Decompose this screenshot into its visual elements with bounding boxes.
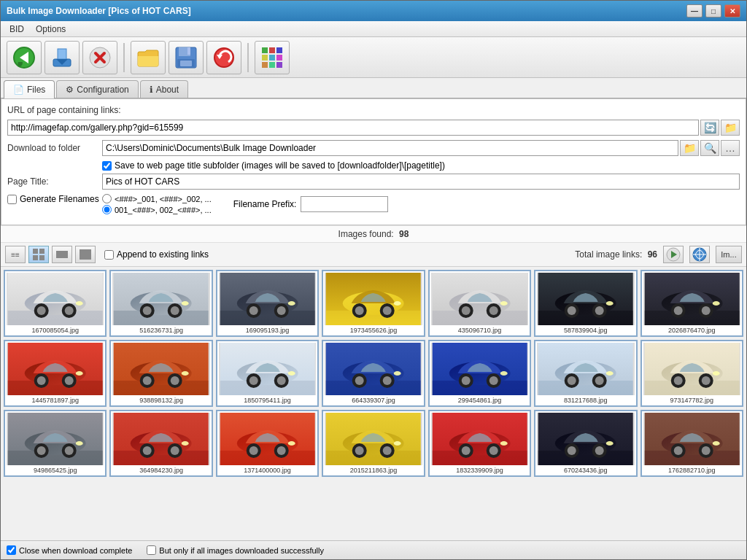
image-cell[interactable]: 299454861.jpg: [428, 340, 531, 407]
svg-rect-15: [269, 55, 275, 61]
image-cell[interactable]: 664339307.jpg: [322, 340, 425, 407]
image-cell[interactable]: 1445781897.jpg: [4, 340, 107, 407]
download-folder-input[interactable]: [102, 140, 678, 156]
svg-point-115: [355, 376, 364, 385]
files-tab[interactable]: 📄 Files: [4, 80, 55, 98]
svg-rect-18: [269, 62, 275, 68]
toolbar: [1, 37, 746, 78]
subfolder-label: Save to web page title subfolder (images…: [115, 160, 445, 171]
format-option-2[interactable]: [102, 205, 112, 214]
svg-point-110: [288, 371, 295, 376]
grid-button[interactable]: [255, 41, 290, 74]
url-label: URL of page containing links:: [7, 105, 121, 115]
stop-button[interactable]: [82, 41, 117, 74]
image-filename: 1762882710.jpg: [668, 467, 716, 474]
start-download-btn[interactable]: [663, 246, 684, 263]
view-list-btn[interactable]: ≡≡: [5, 246, 26, 263]
filename-prefix-input[interactable]: [301, 196, 388, 212]
image-filename: 1832339909.jpg: [456, 467, 503, 474]
generate-filenames-checkbox[interactable]: [7, 195, 17, 204]
image-cell[interactable]: 1850795411.jpg: [216, 340, 319, 407]
svg-point-75: [568, 306, 576, 315]
image-cell[interactable]: 938898132.jpg: [109, 340, 212, 407]
save-button[interactable]: [169, 41, 204, 74]
format-option-1[interactable]: [102, 194, 112, 203]
svg-point-197: [701, 446, 710, 455]
image-cell[interactable]: 670243436.jpg: [534, 410, 637, 477]
configuration-tab[interactable]: ⚙ Configuration: [56, 80, 138, 98]
url-folder-btn[interactable]: 📁: [721, 120, 740, 136]
image-toolbar: ≡≡ Append to existing links Total image …: [1, 243, 746, 267]
close-when-complete-label: Close when download complete: [19, 546, 132, 555]
url-refresh-btn[interactable]: 🔄: [700, 120, 719, 136]
info-btn[interactable]: Im...: [716, 246, 742, 263]
svg-point-149: [65, 446, 74, 455]
image-cell[interactable]: 949865425.jpg: [4, 410, 107, 477]
image-filename: 1670085054.jpg: [31, 327, 79, 334]
only-if-all-successful-row: But only if all images downloaded succes…: [147, 545, 324, 555]
toolbar-separator-2: [247, 43, 249, 72]
view-medium-btn[interactable]: [52, 246, 72, 263]
image-cell[interactable]: 435096710.jpg: [428, 270, 531, 337]
generate-filenames-label: Generate Filenames: [20, 194, 99, 204]
svg-rect-2: [58, 49, 66, 59]
svg-point-182: [500, 441, 507, 446]
close-button[interactable]: ✕: [724, 4, 740, 18]
download-button[interactable]: [44, 41, 80, 74]
only-if-all-successful-checkbox[interactable]: [147, 545, 156, 555]
image-cell[interactable]: 1973455626.jpg: [322, 270, 425, 337]
svg-point-117: [383, 376, 392, 385]
svg-point-123: [461, 376, 470, 385]
go-button[interactable]: [7, 41, 42, 74]
download-browse-btn[interactable]: 📁: [680, 140, 699, 156]
image-grid-container[interactable]: 1670085054.jpg: [1, 267, 746, 540]
images-found-bar: Images found: 98: [1, 225, 746, 243]
close-when-complete-row: Close when download complete: [7, 545, 132, 555]
svg-point-163: [249, 446, 258, 455]
download-more-btn[interactable]: …: [721, 140, 740, 156]
svg-rect-14: [262, 55, 268, 61]
url-input[interactable]: [7, 120, 699, 136]
page-title-label: Page Title:: [7, 176, 102, 187]
subfolder-row: Save to web page title subfolder (images…: [7, 160, 740, 171]
minimize-button[interactable]: —: [686, 4, 703, 18]
image-cell[interactable]: 2015211863.jpg: [322, 410, 425, 477]
download-search-btn[interactable]: 🔍: [700, 140, 719, 156]
svg-point-198: [712, 441, 719, 446]
image-cell[interactable]: 2026876470.jpg: [640, 270, 743, 337]
view-large-btn[interactable]: [75, 246, 96, 263]
svg-rect-21: [39, 249, 44, 254]
image-cell[interactable]: 1762882710.jpg: [640, 410, 743, 477]
menu-options[interactable]: Options: [30, 21, 71, 36]
image-cell[interactable]: 973147782.jpg: [640, 340, 743, 407]
append-checkbox[interactable]: [104, 250, 114, 260]
images-found-label: Images found:: [338, 229, 394, 239]
svg-point-85: [701, 306, 710, 315]
bottom-bar: Close when download complete But only if…: [1, 540, 746, 559]
toolbar-separator-1: [123, 43, 125, 72]
image-cell[interactable]: 516236731.jpg: [109, 270, 212, 337]
view-small-btn[interactable]: [28, 246, 49, 263]
image-cell[interactable]: 1832339909.jpg: [428, 410, 531, 477]
maximize-button[interactable]: □: [705, 4, 721, 18]
close-when-complete-checkbox[interactable]: [7, 545, 16, 555]
image-cell[interactable]: 587839904.jpg: [534, 270, 637, 337]
page-title-input[interactable]: [102, 174, 740, 190]
svg-point-166: [288, 441, 295, 446]
image-cell[interactable]: 1371400000.jpg: [216, 410, 319, 477]
svg-point-45: [171, 306, 179, 315]
image-cell[interactable]: 1670085054.jpg: [4, 270, 107, 337]
svg-point-133: [595, 376, 604, 385]
web-btn[interactable]: [689, 246, 710, 263]
undo-button[interactable]: [206, 41, 241, 74]
info-btn-label: Im...: [721, 250, 736, 259]
image-cell[interactable]: 169095193.jpg: [216, 270, 319, 337]
app-title: Bulk Image Downloader [Pics of HOT CARS]: [7, 6, 191, 16]
svg-point-83: [673, 306, 682, 315]
image-cell[interactable]: 364984230.jpg: [109, 410, 212, 477]
image-cell[interactable]: 831217688.jpg: [534, 340, 637, 407]
menu-bid[interactable]: BID: [4, 21, 30, 36]
open-folder-button[interactable]: [131, 41, 166, 74]
about-tab[interactable]: ℹ About: [140, 80, 188, 98]
subfolder-checkbox[interactable]: [102, 161, 112, 171]
